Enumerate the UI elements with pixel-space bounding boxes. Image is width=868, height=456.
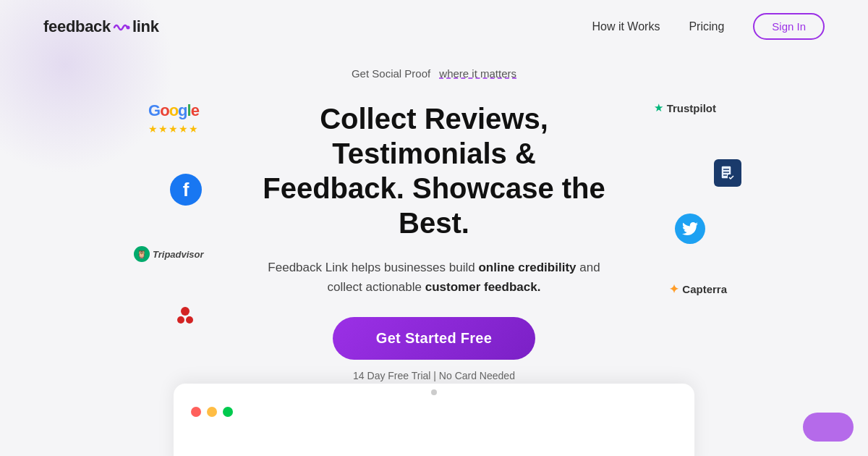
body-bold2: customer feedback. (425, 280, 541, 294)
card-window-controls (191, 407, 233, 417)
bottom-right-button[interactable] (803, 413, 854, 442)
body-bold1: online credibility (478, 261, 576, 274)
hero-section: Get Social Proof where it matters Collec… (0, 53, 868, 381)
hero-body: Feedback Link helps businesses build onl… (260, 258, 608, 297)
svg-point-0 (126, 25, 129, 29)
window-minimize-dot (207, 407, 217, 417)
cta-button[interactable]: Get Started Free (333, 317, 535, 360)
nav: How it Works Pricing Sign In (592, 13, 825, 40)
logo[interactable]: feedbacklink (43, 17, 159, 36)
card-scroll-dots (431, 389, 437, 395)
bottom-card-preview (174, 384, 694, 456)
logo-text: feedbacklink (43, 17, 159, 36)
trial-text: 14 Day Free Trial | No Card Needed (353, 370, 515, 381)
subtitle-static-text: Get Social Proof (352, 67, 430, 80)
hero-subtitle: Get Social Proof where it matters (352, 67, 516, 80)
card-dot (431, 389, 437, 395)
window-maximize-dot (223, 407, 233, 417)
body-part1: Feedback Link helps businesses build (268, 261, 475, 274)
subtitle-link-text: where it matters (439, 67, 516, 80)
nav-how-it-works[interactable]: How it Works (592, 20, 660, 33)
logo-squiggle-icon (111, 20, 132, 35)
hero-headline: Collect Reviews, Testimonials & Feedback… (246, 101, 622, 240)
headline-line2: Feedback. Showcase the Best. (263, 172, 605, 239)
nav-pricing[interactable]: Pricing (689, 20, 724, 33)
window-close-dot (191, 407, 201, 417)
headline-line1: Collect Reviews, Testimonials & (320, 103, 548, 169)
header: feedbacklink How it Works Pricing Sign I… (0, 0, 868, 53)
sign-in-button[interactable]: Sign In (753, 13, 825, 40)
